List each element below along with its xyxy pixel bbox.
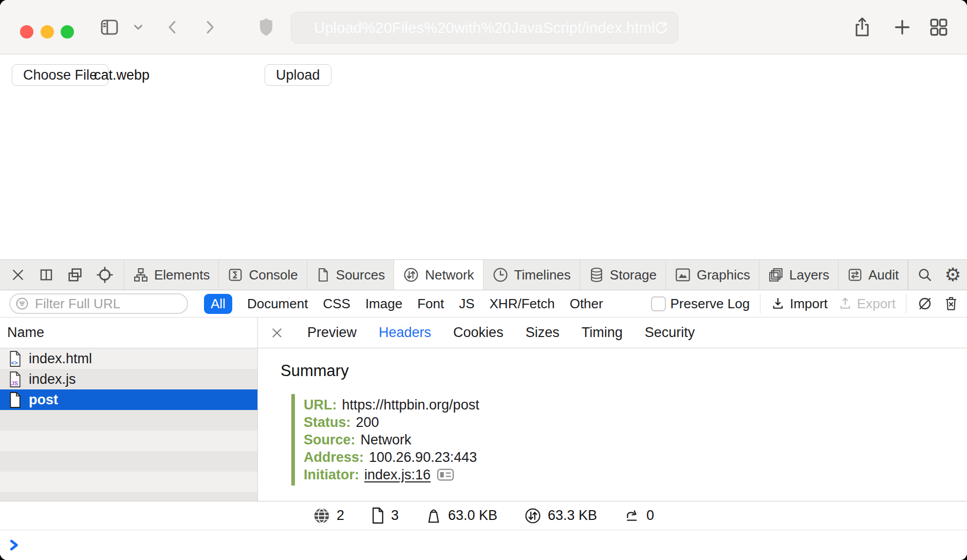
detail-tab-headers[interactable]: Headers [379,325,431,341]
tab-storage[interactable]: Storage [580,260,666,290]
detail-tab-security[interactable]: Security [645,325,695,341]
import-icon [771,296,785,311]
disable-caches-icon[interactable] [917,295,933,312]
upload-button[interactable]: Upload [265,64,331,86]
summary-url-line: URL: https://httpbin.org/post [304,396,967,414]
filter-url-field[interactable] [9,293,188,314]
detail-tab-preview[interactable]: Preview [307,325,357,341]
network-main-area: Name <> index.html JS [0,318,967,501]
resources-count: 3 [391,508,399,524]
console-prompt-icon [8,538,21,552]
summary-source-label: Source: [304,432,356,448]
detail-tab-cookies[interactable]: Cookies [453,325,504,341]
elements-icon [133,267,148,283]
close-detail-icon[interactable] [270,326,284,340]
selected-file-name: cat.webp [94,67,150,83]
name-column-header[interactable]: Name [0,318,257,348]
clear-network-items-icon[interactable] [943,295,959,312]
filter-scope-image[interactable]: Image [365,296,402,312]
request-row-post-selected[interactable]: post [0,389,257,410]
close-window-button[interactable] [20,25,33,39]
initiator-link[interactable]: index.js:16 [364,467,431,483]
empty-row [0,472,257,492]
redirect-icon [624,508,640,524]
summary-status-line: Status: 200 [304,414,967,431]
minimize-window-button[interactable] [41,25,54,39]
preserve-log-checkbox[interactable] [651,296,666,311]
dock-side-icon[interactable] [39,267,54,283]
summary-status-label: Status: [304,415,351,431]
empty-row [0,431,257,451]
devtools-controls [0,260,124,290]
svg-text:<>: <> [11,359,18,365]
close-devtools-icon[interactable] [10,267,26,283]
tab-console[interactable]: Console [219,260,307,290]
summary-source-value: Network [361,432,412,448]
empty-row [0,410,257,431]
share-icon[interactable] [851,0,873,54]
undock-icon[interactable] [67,267,83,283]
new-tab-icon[interactable] [892,0,913,54]
tab-overview-icon[interactable] [928,0,950,54]
privacy-shield-icon[interactable] [256,0,276,54]
domains-count: 2 [337,508,344,524]
js-file-icon: JS [8,371,22,388]
summary-initiator-label: Initiator: [304,467,359,483]
back-icon[interactable] [163,0,182,54]
domains-stat: 2 [313,507,344,525]
tab-label: Network [425,267,474,283]
resources-doc-icon [371,507,385,524]
request-name: post [29,392,58,408]
forward-icon[interactable] [200,0,219,54]
empty-row [0,492,257,501]
tab-timelines[interactable]: Timelines [483,260,580,290]
preserve-log-toggle[interactable]: Preserve Log [651,296,750,312]
element-picker-icon[interactable] [96,266,114,284]
tab-elements[interactable]: Elements [124,260,219,290]
quick-console[interactable] [0,530,967,560]
transfer-icon [524,507,542,525]
request-row-index-js[interactable]: JS index.js [0,369,257,389]
sidebar-toggle-icon[interactable] [99,0,120,54]
address-bar[interactable]: Upload%20Files%20with%20JavaScript/index… [291,12,678,44]
filter-scope-css[interactable]: CSS [323,296,350,312]
preserve-log-label: Preserve Log [671,296,750,312]
filter-scope-js[interactable]: JS [459,296,474,312]
tab-graphics[interactable]: Graphics [666,260,759,290]
import-label: Import [790,296,828,312]
console-icon [228,267,243,283]
summary-url-label: URL: [304,397,337,413]
request-row-index-html[interactable]: <> index.html [0,348,257,369]
filter-scope-all[interactable]: All [204,294,232,314]
transferred-value: 63.3 KB [548,508,597,524]
detail-tab-timing[interactable]: Timing [582,325,623,341]
zoom-window-button[interactable] [61,25,74,39]
tab-label: Layers [789,267,829,283]
export-icon [838,296,852,311]
resource-type-filters: All Document CSS Image Font JS XHR/Fetch… [204,294,603,314]
filter-scope-xhr-fetch[interactable]: XHR/Fetch [490,296,555,312]
tab-audit[interactable]: Audit [839,260,908,290]
reload-icon[interactable] [653,20,670,36]
tab-layers[interactable]: Layers [759,260,839,290]
import-button[interactable]: Import [771,296,828,312]
filter-icon [15,296,29,311]
redirects-stat: 0 [624,508,654,524]
search-icon[interactable] [917,267,933,283]
filter-scope-other[interactable]: Other [570,296,603,312]
tab-label: Sources [336,267,385,283]
filter-scope-document[interactable]: Document [247,296,308,312]
audit-icon [847,267,863,283]
filter-url-input[interactable] [34,295,208,312]
detail-tab-sizes[interactable]: Sizes [526,325,560,341]
tab-network[interactable]: Network [394,260,483,290]
resources-stat: 3 [371,507,399,524]
size-stat: 63.0 KB [425,507,497,525]
tab-sources[interactable]: Sources [307,260,394,290]
export-button[interactable]: Export [838,296,896,312]
filter-scope-font[interactable]: Font [417,296,444,312]
gear-icon[interactable]: ⚙ [944,266,961,284]
reveal-in-resources-icon[interactable] [437,468,454,481]
chevron-down-icon[interactable] [132,0,145,54]
summary-url-value: https://httpbin.org/post [342,397,479,413]
